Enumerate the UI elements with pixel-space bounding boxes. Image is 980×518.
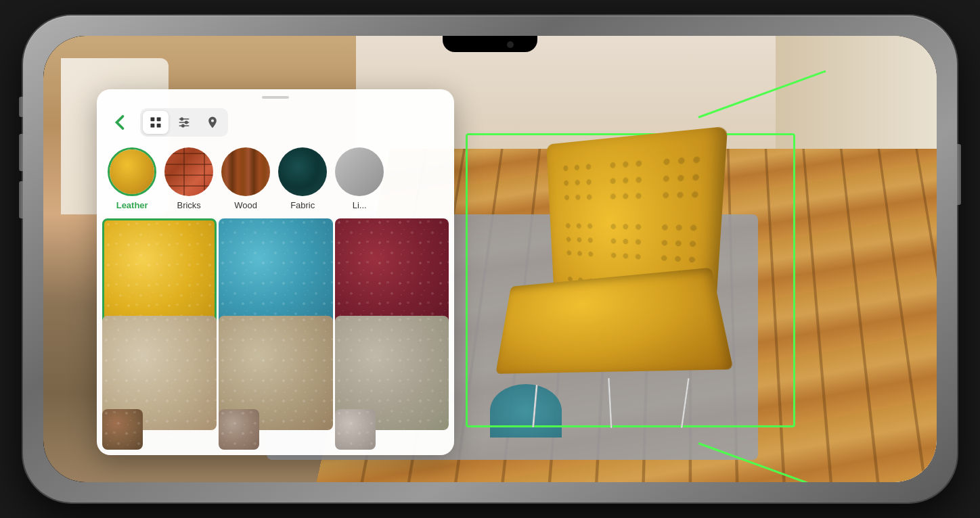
svg-rect-1 [157, 118, 161, 122]
fabric-label: Fabric [290, 200, 315, 210]
back-button[interactable] [108, 110, 132, 135]
texture-brown[interactable] [102, 409, 143, 450]
svg-point-9 [182, 125, 184, 127]
volume-down-button[interactable] [19, 181, 23, 218]
volume-up-button[interactable] [19, 134, 23, 171]
phone-frame: Leather Bricks Wood [23, 16, 957, 502]
category-li[interactable]: Li... [332, 147, 386, 210]
chair-leg-1 [532, 385, 537, 427]
chair-leg-2 [608, 377, 612, 427]
texture-light-gray[interactable] [335, 409, 376, 450]
svg-rect-2 [151, 124, 155, 128]
wood-circle [221, 147, 270, 196]
wood-label: Wood [234, 200, 257, 210]
notch [443, 36, 537, 52]
drag-indicator [262, 96, 289, 99]
bricks-label: Bricks [177, 200, 200, 210]
grid-view-button[interactable] [143, 111, 169, 134]
svg-rect-3 [157, 124, 161, 128]
fabric-circle [278, 147, 327, 196]
svg-point-7 [181, 118, 183, 120]
leather-circle [108, 147, 156, 196]
texture-grid [97, 216, 454, 455]
pin-button[interactable] [200, 111, 225, 134]
li-circle [335, 147, 384, 196]
category-bricks[interactable]: Bricks [162, 147, 216, 210]
phone-screen: Leather Bricks Wood [43, 36, 937, 482]
categories-row: Leather Bricks Wood [97, 145, 454, 216]
material-panel: Leather Bricks Wood [97, 89, 454, 455]
texture-taupe[interactable] [219, 409, 259, 450]
chair-area[interactable] [445, 116, 847, 451]
category-wood[interactable]: Wood [219, 147, 273, 210]
filter-button[interactable] [171, 111, 197, 134]
screen-content: Leather Bricks Wood [43, 36, 937, 482]
bricks-circle [164, 147, 213, 196]
toolbar-icon-group [140, 108, 228, 137]
category-leather[interactable]: Leather [105, 147, 159, 210]
chair-leg-3 [681, 378, 690, 427]
li-label: Li... [353, 200, 367, 210]
leather-label: Leather [116, 200, 148, 210]
front-camera [507, 41, 514, 48]
svg-point-8 [185, 122, 187, 124]
toolbar [97, 103, 454, 145]
chair-model [478, 143, 791, 427]
mute-button[interactable] [19, 97, 23, 117]
chair-legs [509, 356, 760, 427]
svg-rect-0 [151, 118, 155, 122]
power-button[interactable] [957, 144, 961, 205]
category-fabric[interactable]: Fabric [275, 147, 330, 210]
